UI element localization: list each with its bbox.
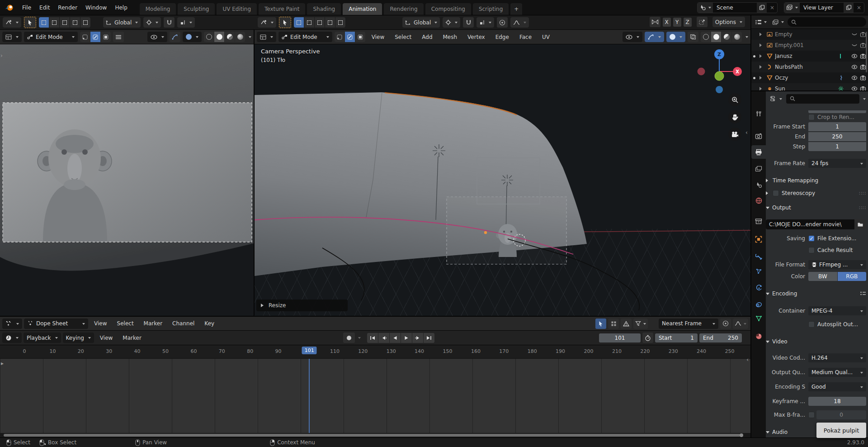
menu-channel[interactable]: Channel — [168, 317, 198, 330]
view-layer-browse-icon[interactable] — [784, 3, 800, 13]
menu-uv[interactable]: UV — [538, 30, 554, 44]
presets-menu-icon[interactable] — [860, 291, 866, 296]
menu-key[interactable]: Key — [200, 317, 218, 330]
workspace-tab-shading[interactable]: Shading — [307, 3, 341, 15]
snap-magnet-icon[interactable] — [463, 17, 474, 28]
menu-mesh[interactable]: Mesh — [439, 30, 462, 44]
transform-orientation-dropdown[interactable]: Global — [103, 17, 141, 28]
outliner-filter-dropdown[interactable] — [753, 17, 769, 27]
outliner-search-input[interactable] — [788, 17, 866, 27]
browse-folder-icon[interactable] — [854, 219, 866, 229]
dope-sheet-channels[interactable] — [0, 359, 750, 433]
menu-view[interactable]: View — [96, 331, 117, 345]
solid-shading-icon[interactable] — [711, 32, 721, 42]
region-expand-arrow[interactable]: › — [0, 52, 3, 59]
menu-render[interactable]: Render — [54, 0, 81, 15]
timeline-ruler[interactable]: 101 010203040506070809011012013014015016… — [0, 345, 750, 359]
menu-view[interactable]: View — [90, 317, 111, 330]
overlays-dropdown[interactable] — [183, 32, 202, 42]
solid-shading-icon[interactable] — [214, 32, 224, 42]
color-rgb-button[interactable]: RGB — [838, 272, 867, 281]
wireframe-shading-icon[interactable] — [701, 32, 711, 42]
jump-to-start-icon[interactable] — [367, 333, 378, 343]
frame-start-field[interactable]: 1 — [808, 122, 866, 131]
material-properties-tab[interactable] — [751, 329, 766, 343]
material-shading-icon[interactable] — [225, 32, 235, 42]
visibility-eye-icon[interactable] — [851, 76, 858, 80]
outliner-scrollbar[interactable] — [866, 32, 867, 72]
output-properties-tab[interactable] — [751, 145, 766, 159]
modifier-properties-tab[interactable] — [751, 249, 766, 263]
viewport-right-canvas[interactable]: Z X Camera Perspective (101) Tło Resize … — [255, 44, 750, 316]
visibility-eye-icon[interactable] — [851, 86, 858, 90]
scene-copy-icon[interactable] — [757, 3, 767, 13]
frame-start-field[interactable]: Start1 — [655, 333, 698, 342]
scene-browse-icon[interactable] — [698, 3, 713, 13]
expand-icon[interactable] — [760, 54, 764, 58]
hide-eye-closed-icon[interactable] — [851, 32, 858, 37]
properties-search-input[interactable] — [786, 94, 859, 104]
horizontal-scrollbar[interactable] — [0, 433, 750, 437]
workspace-tab-modeling[interactable]: Modeling — [140, 3, 176, 15]
expand-icon[interactable] — [760, 43, 764, 47]
outliner-display-mode-dropdown[interactable] — [770, 17, 786, 27]
add-workspace-button[interactable]: + — [510, 3, 522, 15]
playback-dropdown[interactable]: Playback — [24, 333, 61, 343]
workspace-tab-scripting[interactable]: Scripting — [473, 3, 509, 15]
object-properties-tab[interactable] — [751, 233, 766, 246]
stereoscopy-section[interactable]: Stereoscopy∷∷ — [766, 188, 866, 198]
keyframe-interval-field[interactable]: 18 — [808, 397, 866, 406]
options-dropdown[interactable]: Options — [712, 17, 745, 27]
tool-tab[interactable] — [751, 107, 766, 120]
xray-toggle-icon[interactable] — [688, 32, 698, 42]
dope-sheet-mode-dropdown[interactable]: Dope Sheet — [24, 319, 88, 329]
snap-target-dropdown[interactable] — [143, 17, 161, 28]
time-remapping-section[interactable]: Time Remapping — [766, 176, 866, 185]
menu-vertex[interactable]: Vertex — [463, 30, 489, 44]
editor-type-dropdown[interactable] — [2, 333, 22, 343]
render-properties-tab[interactable] — [751, 129, 766, 143]
editor-type-dropdown[interactable] — [2, 32, 22, 42]
snap-magnet-icon[interactable] — [164, 17, 175, 28]
frame-end-field[interactable]: 250 — [808, 132, 866, 141]
select-mode-set[interactable] — [39, 17, 49, 28]
operator-panel-resize[interactable]: Resize — [256, 300, 348, 311]
previous-keyframe-icon[interactable] — [378, 333, 389, 343]
view-layer-copy-icon[interactable] — [844, 3, 854, 13]
snap-mode-dropdown[interactable]: Nearest Frame — [659, 319, 718, 329]
select-mode-intersect[interactable] — [80, 17, 90, 28]
current-frame-pill[interactable]: 101 — [302, 347, 317, 354]
particle-properties-tab[interactable] — [751, 264, 766, 278]
frame-step-field[interactable]: 1 — [808, 142, 866, 151]
file-format-dropdown[interactable]: FFmpeg ... — [808, 260, 866, 269]
wireframe-shading-icon[interactable] — [204, 32, 214, 42]
encoding-section[interactable]: Encoding — [766, 289, 866, 299]
constraint-properties-tab[interactable] — [751, 298, 766, 311]
use-preview-range-icon[interactable] — [642, 333, 653, 343]
max-b-frames-checkbox[interactable] — [808, 412, 815, 418]
mode-dropdown[interactable]: Edit Mode — [24, 32, 78, 42]
editor-type-dropdown[interactable] — [257, 32, 276, 42]
region-collapse-arrow[interactable]: ‹ — [746, 357, 749, 363]
snap-base-icon[interactable] — [697, 17, 708, 27]
workspace-tab-texture-paint[interactable]: Texture Paint — [259, 3, 305, 15]
material-shading-icon[interactable] — [722, 32, 731, 42]
render-camera-icon[interactable] — [860, 86, 866, 90]
select-mode-extend[interactable] — [49, 17, 59, 28]
visibility-eye-icon[interactable] — [851, 54, 858, 58]
select-mode-invert[interactable] — [325, 17, 335, 28]
proportional-editing-icon[interactable] — [720, 319, 731, 329]
color-bw-button[interactable]: BW — [808, 272, 837, 281]
outliner-row-nurbspath[interactable]: NurbsPath — [751, 62, 868, 72]
video-section[interactable]: Video — [766, 337, 866, 347]
max-b-frames-field[interactable]: 0 — [816, 410, 866, 419]
expand-icon[interactable] — [760, 76, 764, 80]
menu-help[interactable]: Help — [111, 0, 131, 15]
collection-properties-tab[interactable] — [751, 214, 766, 228]
vertex-select-icon[interactable] — [335, 32, 344, 42]
next-keyframe-icon[interactable] — [412, 333, 423, 343]
menu-edit[interactable]: Edit — [35, 0, 54, 15]
snap-target-dropdown[interactable] — [443, 17, 460, 28]
mirror-symmetry-icon[interactable] — [650, 17, 660, 27]
visibility-dropdown[interactable] — [147, 32, 167, 42]
